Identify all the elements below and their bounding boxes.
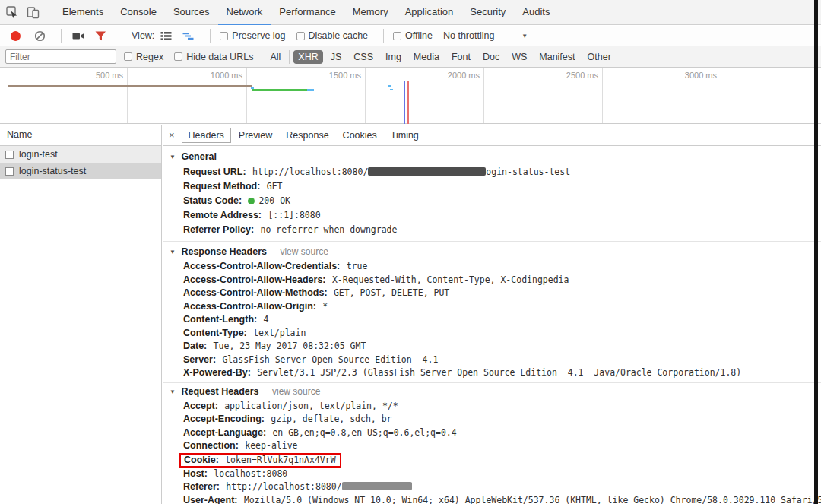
status-green-dot-icon	[248, 198, 255, 204]
requests-column-header[interactable]: Name	[0, 125, 161, 146]
section-title: Request Headers	[181, 386, 258, 397]
network-overview-timeline[interactable]: 500 ms 1000 ms 1500 ms 2000 ms 2500 ms 3…	[0, 68, 821, 124]
record-icon[interactable]	[11, 31, 21, 41]
header-value: Tue, 23 May 2017 08:32:05 GMT	[214, 341, 366, 351]
timeline-tick: 1500 ms	[247, 68, 366, 123]
disclosure-triangle-icon[interactable]: ▼	[170, 385, 176, 399]
filter-type-all[interactable]: All	[265, 50, 285, 64]
header-value: true	[347, 261, 368, 271]
timeline-tick: 3000 ms	[603, 68, 721, 123]
checkbox-icon	[296, 32, 305, 40]
view-waterfall-icon[interactable]	[182, 31, 195, 41]
filter-input[interactable]	[5, 49, 116, 64]
device-toolbar-icon[interactable]	[27, 6, 40, 19]
hide-data-urls-label: Hide data URLs	[186, 52, 253, 62]
header-value: localhost:8080	[214, 468, 287, 479]
filter-type-xhr[interactable]: XHR	[293, 50, 322, 64]
filter-type-manifest[interactable]: Manifest	[534, 50, 579, 64]
throttling-select[interactable]: No throttling	[443, 30, 494, 41]
filter-type-img[interactable]: Img	[381, 50, 406, 64]
filter-type-ws[interactable]: WS	[507, 50, 531, 64]
view-source-link[interactable]: view source	[272, 386, 320, 397]
request-row-login-test[interactable]: login-test	[0, 146, 161, 163]
network-filter-bar: Regex Hide data URLs All XHR JS CSS Img …	[0, 46, 821, 68]
filter-type-font[interactable]: Font	[447, 50, 475, 64]
disable-cache-label: Disable cache	[309, 30, 369, 41]
view-list-icon[interactable]	[160, 31, 172, 41]
main-tab-application[interactable]: Application	[397, 0, 462, 25]
header-name: Accept:	[183, 401, 218, 411]
details-tab-timing[interactable]: Timing	[385, 128, 425, 142]
clear-icon[interactable]	[34, 30, 46, 42]
view-source-link[interactable]: view source	[280, 246, 328, 257]
filter-type-doc[interactable]: Doc	[478, 50, 504, 64]
main-tab-elements[interactable]: Elements	[54, 0, 112, 25]
header-name: Status Code:	[183, 195, 242, 206]
hide-data-urls-checkbox[interactable]: Hide data URLs	[174, 52, 253, 62]
header-value: GlassFish Server Open Source Edition 4.1	[222, 354, 438, 365]
request-headers-section-header[interactable]: ▼ Request Headers view source	[163, 385, 821, 400]
disclosure-triangle-icon[interactable]: ▼	[170, 245, 176, 259]
header-name: Accept-Encoding:	[183, 414, 265, 424]
timeline-grid: 500 ms 1000 ms 1500 ms 2000 ms 2500 ms 3…	[0, 68, 821, 123]
filter-type-other[interactable]: Other	[583, 50, 616, 64]
capture-screenshots-icon[interactable]	[72, 31, 84, 41]
disable-cache-checkbox[interactable]: Disable cache	[296, 30, 369, 41]
details-tab-headers[interactable]: Headers	[182, 128, 231, 143]
main-tab-console[interactable]: Console	[112, 0, 165, 25]
main-tab-memory[interactable]: Memory	[344, 0, 397, 25]
header-name: Date:	[183, 341, 207, 351]
main-tab-audits[interactable]: Audits	[514, 0, 558, 25]
details-tab-response[interactable]: Response	[280, 128, 334, 142]
header-name: Content-Length:	[183, 314, 257, 325]
section-divider	[163, 382, 821, 383]
header-name: Host:	[183, 468, 208, 479]
details-tab-cookies[interactable]: Cookies	[337, 128, 383, 142]
header-name: Referrer Policy:	[183, 224, 254, 235]
main-tab-performance[interactable]: Performance	[271, 0, 344, 25]
main-tab-security[interactable]: Security	[461, 0, 514, 25]
regex-label: Regex	[136, 52, 163, 62]
header-row-remote-address: Remote Address: [::1]:8080	[163, 208, 821, 223]
toolbar-separator	[210, 29, 211, 43]
request-row-login-status-test[interactable]: login-status-test	[0, 163, 161, 179]
header-value: gzip, deflate, sdch, br	[271, 414, 391, 424]
close-icon[interactable]: ×	[163, 129, 182, 141]
request-details-panel: × Headers Preview Response Cookies Timin…	[163, 125, 821, 504]
chevron-down-icon[interactable]: ▼	[521, 33, 528, 40]
filter-type-media[interactable]: Media	[409, 50, 444, 64]
toolbar-separator	[383, 29, 384, 43]
header-row-referrer-policy: Referrer Policy: no-referrer-when-downgr…	[163, 223, 821, 237]
filter-type-js[interactable]: JS	[326, 50, 347, 64]
header-name: Access-Control-Allow-Credentials:	[183, 261, 340, 271]
header-name: Server:	[183, 354, 216, 365]
cookie-highlight-box: Cookie: token=RlVuk7q1nAx4VrW	[179, 453, 341, 468]
network-toolbar: View: Preserve log Disable cache Offline…	[0, 26, 821, 46]
main-tab-sources[interactable]: Sources	[165, 0, 218, 25]
requests-panel: Name login-test login-status-test	[0, 125, 162, 504]
inspect-element-icon[interactable]	[6, 6, 19, 19]
regex-checkbox[interactable]: Regex	[124, 52, 163, 62]
header-value: http://localhost:8080/	[226, 481, 341, 492]
header-value: 200 OK	[258, 195, 290, 206]
preserve-log-checkbox[interactable]: Preserve log	[220, 30, 285, 41]
header-name: Referer:	[183, 481, 220, 492]
main-tab-network[interactable]: Network	[218, 0, 271, 25]
offline-checkbox[interactable]: Offline	[393, 30, 433, 41]
waterfall-bar-request2	[252, 89, 307, 91]
header-value: http://localhost:8080/	[252, 166, 368, 177]
header-name: Request Method:	[183, 181, 260, 192]
header-row-user-agent: User-Agent: Mozilla/5.0 (Windows NT 10.0…	[163, 494, 821, 504]
filter-funnel-icon[interactable]	[95, 31, 106, 41]
general-section-header[interactable]: ▼ General	[163, 150, 821, 165]
header-name: Connection:	[183, 440, 239, 451]
disclosure-triangle-icon[interactable]: ▼	[170, 150, 176, 164]
header-name: Content-Type:	[183, 328, 247, 338]
details-tab-preview[interactable]: Preview	[233, 128, 278, 142]
response-headers-section-header[interactable]: ▼ Response Headers view source	[163, 245, 821, 260]
filter-type-css[interactable]: CSS	[349, 50, 378, 64]
checkbox-icon	[220, 32, 228, 40]
timeline-tick: 1000 ms	[128, 68, 247, 123]
checkbox-icon	[174, 52, 182, 61]
header-row: Content-Type: text/plain	[163, 327, 821, 341]
